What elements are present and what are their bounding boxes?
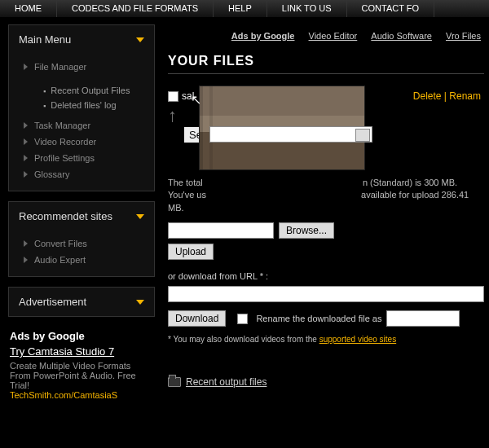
advertisement-title: Advertisement xyxy=(19,296,86,308)
caret-down-icon xyxy=(136,37,144,42)
main-menu-title: Main Menu xyxy=(19,33,71,46)
or-url-label: or download from URL * : xyxy=(168,271,484,281)
rename-checkbox[interactable] xyxy=(237,314,248,324)
file-area: ↑ sal ↖ Delete | Renam Sel The total n (… xyxy=(168,90,484,388)
sidebar-item-task-manager[interactable]: Task Manager xyxy=(9,117,154,134)
sidebar-item-glossary[interactable]: Glossary xyxy=(9,166,154,182)
page-title: YOUR FILES xyxy=(168,54,484,74)
recommended-title: Recommendet sites xyxy=(19,210,112,222)
nav-help[interactable]: HELP xyxy=(214,0,267,17)
sidebar-item-video-recorder[interactable]: Video Recorder xyxy=(9,134,154,150)
sidebar: Main Menu File Manager Recent Output Fil… xyxy=(0,18,163,403)
sidebar-ad: Ads by Google Try Camtasia Studio 7 Crea… xyxy=(8,327,155,403)
main-content: Ads by Google Video Editor Audio Softwar… xyxy=(163,18,489,403)
nav-contact[interactable]: CONTACT FO xyxy=(347,0,434,17)
sidebar-sub-deleted-log[interactable]: Deleted files' log xyxy=(43,98,154,112)
recent-output-files-link[interactable]: Recent output files xyxy=(186,376,267,388)
sidebar-item-audio-expert[interactable]: Audio Expert xyxy=(9,252,154,268)
caret-down-icon xyxy=(136,300,144,305)
cursor-icon: ↖ xyxy=(191,92,201,108)
upload-file-input[interactable] xyxy=(168,222,274,239)
select-all-checkbox[interactable] xyxy=(168,91,178,102)
download-button[interactable]: Download xyxy=(168,310,226,327)
main-menu-header[interactable]: Main Menu xyxy=(9,25,154,54)
advertisement-header[interactable]: Advertisement xyxy=(9,288,154,316)
link-video-editor[interactable]: Video Editor xyxy=(309,31,358,41)
rename-checkbox-label: Rename the downloaded file as xyxy=(256,314,381,323)
sidebar-sub-recent-output[interactable]: Recent Output Files xyxy=(43,83,154,98)
format-select-dropdown[interactable] xyxy=(209,126,372,143)
caret-down-icon xyxy=(136,214,144,219)
rename-link[interactable]: Renam xyxy=(449,90,481,102)
ad-url-text: TechSmith.com/CamtasiaS xyxy=(10,390,153,400)
nav-codecs[interactable]: CODECS AND FILE FORMATS xyxy=(57,0,214,17)
supported-sites-link[interactable]: supported video sites xyxy=(319,335,397,344)
main-menu-panel: Main Menu File Manager Recent Output Fil… xyxy=(8,24,155,191)
top-nav: HOME CODECS AND FILE FORMATS HELP LINK T… xyxy=(0,0,489,18)
url-input[interactable] xyxy=(168,286,484,302)
recommended-header[interactable]: Recommendet sites xyxy=(9,202,154,231)
nav-home[interactable]: HOME xyxy=(0,0,57,17)
sidebar-item-convert-files[interactable]: Convert Files xyxy=(9,235,154,252)
sidebar-item-profile-settings[interactable]: Profile Settings xyxy=(9,150,154,166)
link-audio-software[interactable]: Audio Software xyxy=(371,31,432,41)
sidebar-item-file-manager[interactable]: File Manager xyxy=(9,59,154,75)
rename-input[interactable] xyxy=(386,310,460,327)
delete-link[interactable]: Delete xyxy=(413,90,442,102)
arrow-up-icon: ↑ xyxy=(168,105,177,126)
file-actions: Delete | Renam xyxy=(413,90,481,102)
ads-by-google-link[interactable]: Ads by Google xyxy=(231,31,295,41)
top-links: Ads by Google Video Editor Audio Softwar… xyxy=(168,26,484,54)
recommended-panel: Recommendet sites Convert Files Audio Ex… xyxy=(8,201,155,277)
folder-icon xyxy=(168,377,181,387)
download-note: * You may also download videos from the … xyxy=(168,335,484,344)
upload-button[interactable]: Upload xyxy=(168,244,214,260)
ad-body-text: Create Multiple Video Formats From Power… xyxy=(10,361,153,390)
ads-by-google-label: Ads by Google xyxy=(10,330,153,342)
quota-text: The total n (Standard) is 300 MB. You've… xyxy=(168,177,484,214)
nav-link-to-us[interactable]: LINK TO US xyxy=(267,0,347,17)
ad-headline-link[interactable]: Try Camtasia Studio 7 xyxy=(10,345,153,358)
advertisement-panel: Advertisement xyxy=(8,287,155,317)
browse-button[interactable]: Browse... xyxy=(279,222,334,239)
link-vro-files[interactable]: Vro Files xyxy=(446,31,481,41)
